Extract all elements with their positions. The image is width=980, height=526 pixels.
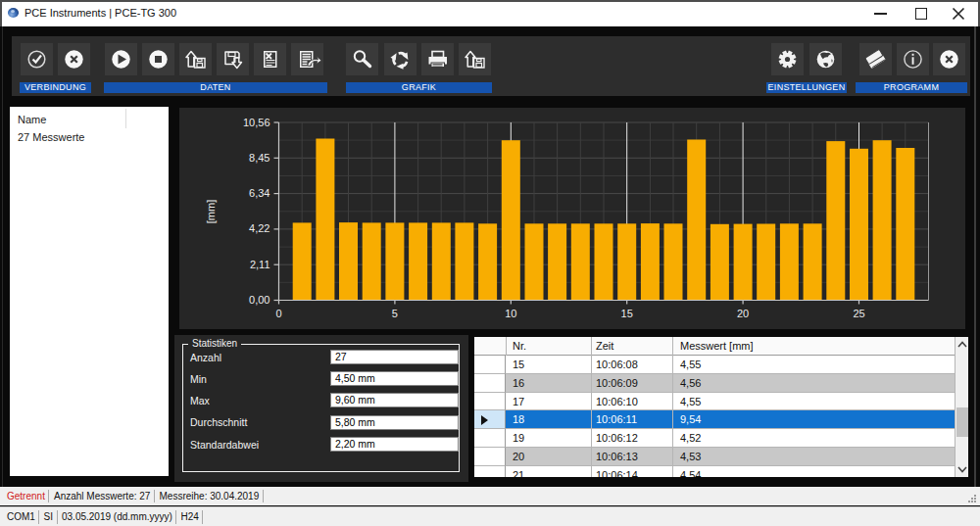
svg-text:5: 5 <box>392 308 398 319</box>
svg-text:8,45: 8,45 <box>249 152 270 164</box>
svg-text:10: 10 <box>505 308 516 319</box>
svg-text:[mm]: [mm] <box>205 200 217 223</box>
svg-text:0,00: 0,00 <box>249 294 270 306</box>
svg-text:6,34: 6,34 <box>249 187 270 199</box>
svg-text:2,11: 2,11 <box>250 259 270 270</box>
svg-text:20: 20 <box>737 308 749 319</box>
svg-text:25: 25 <box>853 308 864 319</box>
svg-text:15: 15 <box>621 308 633 319</box>
svg-text:0: 0 <box>275 308 281 319</box>
svg-text:4,22: 4,22 <box>249 222 270 234</box>
svg-text:10,56: 10,56 <box>243 117 270 128</box>
